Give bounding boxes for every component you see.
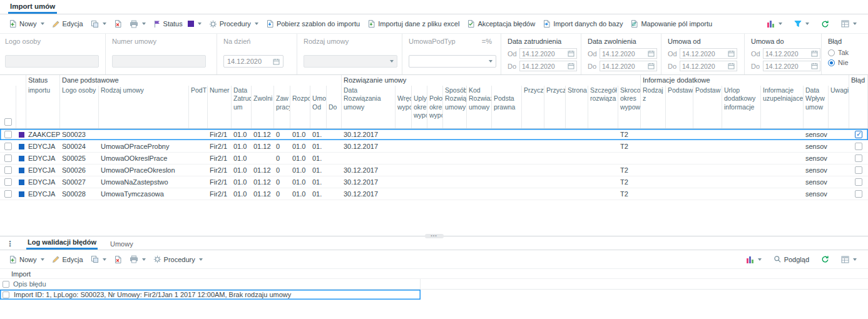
table-row[interactable]: EDYCJAS00024UmowaOPraceProbnyFir2/101.00… bbox=[0, 141, 868, 153]
refresh-button[interactable] bbox=[817, 253, 833, 265]
blad-nie-radio[interactable]: Nie bbox=[828, 59, 868, 66]
column-header[interactable]: Wręcz wypow bbox=[396, 86, 412, 128]
tab-import-umow[interactable]: Import umów bbox=[8, 3, 57, 14]
umowa-pod-typ-select[interactable] bbox=[409, 55, 496, 68]
tab-log-walidacji[interactable]: Log walidacji błędów bbox=[26, 238, 98, 250]
copy-button[interactable] bbox=[87, 253, 110, 265]
data-zwolnienia-od-input[interactable]: 14.12.2020 bbox=[600, 48, 657, 59]
table-row[interactable]: EDYCJAS00026UmowaOPraceOkreslonFir2/101.… bbox=[0, 165, 868, 176]
umowa-od-do-input[interactable]: 14.12.2020 bbox=[680, 61, 737, 71]
delete-button[interactable] bbox=[110, 253, 126, 266]
log-table-row[interactable]: Import ID: 1, LpLogo: S00023, Nr Umowy: … bbox=[0, 290, 421, 300]
calendar-icon[interactable] bbox=[648, 50, 655, 57]
column-header[interactable]: Podstaw bbox=[693, 86, 722, 128]
row-select-checkbox[interactable] bbox=[4, 131, 12, 138]
blad-checkbox[interactable] bbox=[855, 143, 862, 150]
data-zatrudnienia-od-input[interactable]: 14.12.2020 bbox=[519, 48, 577, 59]
column-header[interactable]: Przyczy bbox=[522, 86, 544, 128]
procedures-button[interactable]: Procedury bbox=[150, 253, 207, 265]
copy-button[interactable] bbox=[87, 18, 110, 30]
chart-button[interactable] bbox=[742, 254, 765, 265]
print-button[interactable] bbox=[126, 18, 150, 30]
table-row[interactable]: EDYCJAS00028UmowaTymczasowaFir2/101.001.… bbox=[0, 188, 868, 200]
column-header[interactable]: Podsta prawna bbox=[492, 86, 522, 128]
panel-menu-icon[interactable]: ⋮ bbox=[5, 240, 15, 250]
filter-button[interactable] bbox=[790, 18, 813, 29]
select-all-checkbox[interactable] bbox=[3, 281, 9, 288]
column-header[interactable]: Umowa Od bbox=[310, 86, 327, 128]
calendar-icon[interactable] bbox=[811, 63, 818, 69]
column-header[interactable]: Zaw pracy bbox=[274, 86, 290, 128]
table-row[interactable]: EDYCJAS00027UmowaNaZastepstwoFir2/101.00… bbox=[0, 176, 868, 188]
preview-button[interactable]: Podgląd bbox=[770, 253, 813, 265]
edit-button[interactable]: Edycja bbox=[48, 18, 87, 30]
new-button[interactable]: Nowy bbox=[5, 18, 48, 30]
column-header[interactable]: Uwagi bbox=[829, 86, 849, 128]
logo-osoby-input[interactable] bbox=[5, 55, 99, 68]
grid-settings-button[interactable] bbox=[837, 18, 860, 29]
rodzaj-umowy-select[interactable] bbox=[304, 55, 397, 68]
procedures-button[interactable]: Procedury bbox=[205, 18, 262, 30]
column-header[interactable]: Strona bbox=[566, 86, 588, 128]
calendar-icon[interactable] bbox=[568, 50, 574, 57]
column-header[interactable]: Opis błędu bbox=[11, 279, 421, 289]
print-button[interactable] bbox=[126, 253, 150, 265]
calendar-icon[interactable] bbox=[728, 63, 735, 69]
calendar-icon[interactable] bbox=[728, 50, 735, 57]
umowa-do-do-input[interactable]: 14.12.2020 bbox=[763, 61, 820, 71]
blad-checkbox[interactable] bbox=[855, 154, 862, 162]
table-row[interactable]: ZAAKCEPTS00023Fir2/101.001.12001.001.30.… bbox=[0, 129, 868, 141]
data-zatrudnienia-do-input[interactable]: 14.12.2020 bbox=[519, 61, 577, 71]
column-header[interactable]: Urlop dodatkowy informacje bbox=[722, 86, 761, 128]
column-header[interactable]: Szczegół rozwiąza bbox=[588, 86, 618, 128]
column-header[interactable]: Podstaw bbox=[666, 86, 693, 128]
na-dzien-input[interactable]: 14.12.2020 bbox=[223, 55, 283, 68]
filter-operator[interactable]: =% bbox=[482, 38, 492, 46]
column-header[interactable]: Logo osoby bbox=[60, 86, 99, 128]
tab-umowy[interactable]: Umowy bbox=[109, 240, 135, 250]
data-zwolnienia-do-input[interactable]: 14.12.2020 bbox=[600, 61, 657, 71]
blad-tak-radio[interactable]: Tak bbox=[828, 49, 868, 56]
column-header[interactable]: Rodzaj umowy bbox=[99, 86, 189, 128]
numer-umowy-input[interactable] bbox=[112, 55, 206, 68]
calendar-icon[interactable] bbox=[811, 50, 818, 57]
chart-button[interactable] bbox=[763, 18, 786, 29]
refresh-button[interactable] bbox=[817, 18, 833, 30]
column-header[interactable]: Uplynię okresu wypow bbox=[412, 86, 427, 128]
grid-settings-button[interactable] bbox=[837, 254, 860, 265]
column-header-blad[interactable] bbox=[849, 86, 868, 128]
column-header[interactable]: Data Wpływ umow bbox=[804, 86, 829, 128]
calendar-icon[interactable] bbox=[568, 63, 574, 69]
column-header[interactable]: Data Zatrud um bbox=[232, 86, 252, 128]
status-button[interactable]: Status bbox=[150, 18, 205, 30]
row-select-checkbox[interactable] bbox=[4, 166, 12, 174]
row-select-checkbox[interactable] bbox=[4, 178, 12, 186]
splitter-handle[interactable]: ••• bbox=[425, 234, 444, 238]
table-row[interactable]: EDYCJAS00025UmowaOOkreslPraceFir2/101.00… bbox=[0, 153, 868, 165]
blad-checkbox[interactable] bbox=[855, 178, 862, 186]
column-header[interactable]: Rodzaj z bbox=[641, 86, 666, 128]
row-select-checkbox[interactable] bbox=[3, 291, 9, 298]
select-all-checkbox[interactable] bbox=[4, 118, 12, 126]
column-header[interactable]: Sposób Rozwiąza umowy bbox=[443, 86, 467, 128]
download-template-button[interactable]: Pobierz szablon do importu bbox=[262, 18, 364, 30]
column-header[interactable]: importu bbox=[26, 86, 60, 128]
accept-errors-button[interactable]: Akceptacja błędów bbox=[463, 18, 539, 30]
field-mapping-button[interactable]: Mapowanie pól importu bbox=[626, 18, 716, 30]
blad-checkbox[interactable] bbox=[855, 190, 862, 198]
delete-button[interactable] bbox=[110, 18, 126, 30]
column-header[interactable]: PodT bbox=[189, 86, 208, 128]
column-header[interactable]: Do bbox=[327, 86, 342, 128]
column-header[interactable]: Numer bbox=[208, 86, 232, 128]
umowa-od-od-input[interactable]: 14.12.2020 bbox=[680, 48, 737, 59]
row-select-checkbox[interactable] bbox=[4, 154, 12, 162]
column-header[interactable]: Data Rozwiązania umowy bbox=[342, 86, 396, 128]
row-select-checkbox[interactable] bbox=[4, 143, 12, 150]
edit-button[interactable]: Edycja bbox=[48, 253, 87, 265]
blad-checkbox[interactable] bbox=[855, 166, 862, 174]
row-select-checkbox[interactable] bbox=[4, 190, 12, 198]
new-button[interactable]: Nowy bbox=[5, 253, 48, 266]
column-header[interactable]: Kod Rozwiaza umowy bbox=[467, 86, 492, 128]
column-header[interactable]: Informacje uzupelniajace bbox=[761, 86, 804, 128]
column-header[interactable]: Zwolni bbox=[252, 86, 274, 128]
